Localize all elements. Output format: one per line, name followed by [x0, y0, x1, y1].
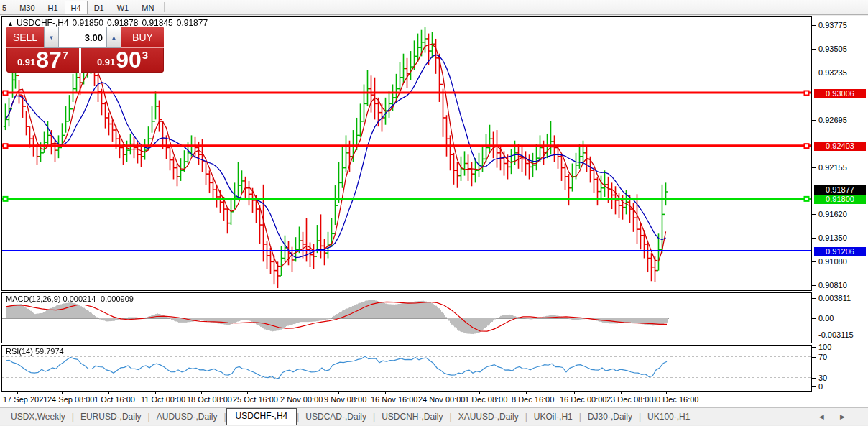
- price-tick-label-tick: [812, 214, 816, 215]
- price-tick-label: 0.91350: [818, 233, 847, 242]
- price-tick-label-tick: [812, 25, 816, 26]
- price-badge-0.93006: 0.93006: [814, 89, 866, 98]
- rsi-tick-label: 70: [818, 353, 827, 361]
- time-tick: [574, 392, 575, 394]
- one-click-trade-panel: SELL ▼ ▲ BUY 0.91877 0.91903: [6, 27, 164, 73]
- price-tick-label-tick: [812, 167, 816, 168]
- time-label: 17 Sep 2021: [3, 395, 47, 404]
- macd-tick-label: 0.003811: [818, 294, 851, 302]
- price-tick-label: 0.93505: [818, 45, 847, 53]
- price-axis[interactable]: 0.937750.935050.932350.926950.921550.916…: [812, 16, 868, 407]
- price-badge-0.91800: 0.91800: [814, 195, 866, 204]
- chart-tab-xauusd-daily[interactable]: XAUUSD-,Daily: [452, 409, 525, 425]
- rsi-tick-label-tick: [812, 357, 816, 358]
- time-label: 8 Dec 16:00: [512, 395, 554, 404]
- rsi-tick-label: 100: [818, 343, 831, 351]
- time-tick: [338, 392, 339, 394]
- timeframe-button-mn[interactable]: MN: [135, 1, 160, 14]
- macd-tick-label: -0.003115: [818, 330, 854, 339]
- time-tick: [247, 392, 248, 394]
- chart-tab-eurusd-daily[interactable]: EURUSD-,Daily: [74, 409, 148, 425]
- timeframe-button-d1[interactable]: D1: [88, 1, 111, 14]
- time-label: 24 Sep 08:00: [47, 395, 94, 404]
- price-tick-label: 0.90810: [818, 281, 847, 290]
- time-label: 30 Dec 16:00: [652, 395, 698, 404]
- time-tick: [385, 392, 386, 394]
- time-tick: [108, 392, 109, 394]
- time-tick: [155, 392, 156, 394]
- time-label: 9 Nov 08:00: [324, 395, 366, 404]
- price-tick-label: 0.92155: [818, 163, 847, 172]
- macd-pane: MACD(12,26,9) 0.000214 -0.000909: [1, 292, 812, 343]
- time-axis[interactable]: 17 Sep 202124 Sep 08:001 Oct 16:0011 Oct…: [1, 392, 812, 407]
- close-value: 0.91877: [177, 18, 208, 28]
- rsi-tick-label: 30: [818, 374, 827, 382]
- time-label: 16 Nov 16:00: [371, 395, 417, 404]
- time-tick: [433, 392, 433, 394]
- rsi-canvas[interactable]: [2, 346, 811, 391]
- rsi-tick-label-tick: [812, 378, 816, 379]
- macd-tick-label-tick: [812, 298, 816, 299]
- time-label: 18 Oct 08:00: [187, 395, 232, 404]
- chart-window: ▲USDCHF-,H40.918500.918780.918450.91877 …: [0, 16, 868, 407]
- time-label: 1 Dec 08:00: [465, 395, 507, 404]
- chart-tab-usdchf-h4[interactable]: USDCHF-,H4: [226, 408, 297, 425]
- time-label: 23 Dec 08:00: [606, 395, 653, 404]
- timeframe-button-h4[interactable]: H4: [65, 1, 88, 14]
- sell-price-sup: 7: [63, 49, 68, 61]
- time-tick: [621, 392, 622, 394]
- rsi-tick-label-tick: [812, 347, 816, 348]
- price-pane: ▲USDCHF-,H40.918500.918780.918450.91877 …: [1, 16, 812, 291]
- price-tick-label: 0.92695: [818, 116, 847, 124]
- buy-price-sup: 3: [142, 49, 148, 61]
- rsi-tick-label: 0: [818, 382, 823, 391]
- price-tick-label: 0.93775: [818, 21, 847, 29]
- chart-tab-usdcnh-daily[interactable]: USDCNH-,Daily: [375, 409, 449, 425]
- buy-price-display[interactable]: 0.91903: [81, 48, 164, 73]
- rsi-tick-label-tick: [812, 386, 816, 387]
- price-tick-label-tick: [812, 120, 816, 121]
- volume-increase-button[interactable]: ▲: [106, 27, 121, 48]
- sell-price-display[interactable]: 0.91877: [6, 48, 81, 73]
- volume-input[interactable]: [59, 27, 106, 48]
- price-badge-0.91206: 0.91206: [814, 247, 866, 256]
- timeframe-button-m30[interactable]: M30: [13, 1, 41, 14]
- timeframe-button-5[interactable]: 5: [0, 1, 13, 14]
- time-tick: [526, 392, 527, 394]
- trading-terminal: 5M30H1H4D1W1MN ▲USDCHF-,H40.918500.91878…: [0, 0, 868, 426]
- time-tick: [17, 392, 18, 394]
- buy-button[interactable]: BUY: [121, 27, 164, 48]
- price-tick-label-tick: [812, 49, 816, 50]
- chart-tab-usdx-weekly[interactable]: USDX,Weekly: [4, 409, 72, 425]
- time-tick: [201, 392, 202, 394]
- price-tick-label: 0.93235: [818, 68, 847, 77]
- sell-button[interactable]: SELL: [6, 27, 44, 48]
- sell-price-prefix: 0.91: [17, 57, 35, 68]
- rsi-label: RSI(14) 59.7974: [6, 347, 64, 356]
- timeframe-button-h1[interactable]: H1: [42, 1, 65, 14]
- macd-tick-label-tick: [812, 335, 816, 335]
- time-tick: [295, 392, 295, 394]
- price-tick-label-tick: [812, 238, 816, 239]
- time-label: 24 Nov 00:00: [418, 395, 465, 404]
- price-tick-label-tick: [812, 73, 816, 73]
- time-tick: [62, 392, 63, 394]
- time-tick: [666, 392, 667, 394]
- chart-tab-uk100-h1[interactable]: UK100-,H1: [641, 409, 696, 425]
- tab-scroll-arrows[interactable]: ◀ ▶: [819, 413, 852, 420]
- chart-tab-bar: USDX,Weekly|EURUSD-,Daily|AUDUSD-,Daily|…: [0, 407, 868, 425]
- chart-tab-audusd-daily[interactable]: AUDUSD-,Daily: [150, 409, 224, 425]
- price-tick-label-tick: [812, 285, 816, 286]
- price-tick-label-tick: [812, 261, 816, 262]
- chart-tab-usdcad-daily[interactable]: USDCAD-,Daily: [299, 409, 373, 425]
- price-tick-label: 0.91620: [818, 210, 847, 218]
- timeframe-button-w1[interactable]: W1: [111, 1, 136, 14]
- macd-tick-label: 0.00: [818, 314, 834, 323]
- rsi-pane: RSI(14) 59.7974: [1, 345, 812, 392]
- time-label: 16 Dec 00:00: [560, 395, 606, 404]
- chart-tab-dj30-daily[interactable]: DJ30-,Daily: [581, 409, 639, 425]
- volume-decrease-button[interactable]: ▼: [44, 27, 59, 48]
- chart-tab-ukoil-h1[interactable]: UKOil-,H1: [527, 409, 579, 425]
- time-tick: [479, 392, 480, 394]
- price-badge-0.91877: 0.91877: [814, 185, 866, 195]
